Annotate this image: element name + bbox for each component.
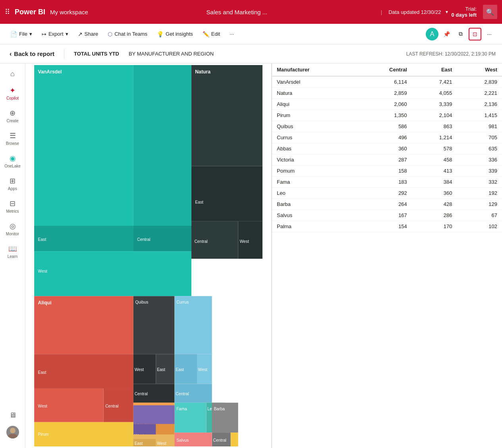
currus-rect[interactable] bbox=[174, 296, 212, 354]
cell-manufacturer: Pomum bbox=[272, 165, 357, 177]
focus-mode-button[interactable]: ⊡ bbox=[469, 28, 481, 40]
cell-east: 2,104 bbox=[412, 110, 457, 121]
cell-central: 2,060 bbox=[357, 99, 412, 110]
chat-teams-button[interactable]: ⬡ Chat in Teams bbox=[104, 29, 151, 40]
currus-label: Currus bbox=[176, 300, 189, 304]
cell-manufacturer: VanArsdel bbox=[272, 76, 357, 88]
sidebar-item-browse[interactable]: ☰ Browse bbox=[3, 128, 22, 149]
cell-central: 167 bbox=[357, 210, 412, 221]
table-row[interactable]: Fama 183 384 332 bbox=[272, 177, 502, 188]
pin-icon-button[interactable]: 📌 bbox=[440, 28, 453, 40]
cell-west: 2,839 bbox=[457, 76, 502, 88]
currus-east-label: East bbox=[176, 367, 184, 372]
table-row[interactable]: Leo 292 360 192 bbox=[272, 188, 502, 199]
barba-central-label: Central bbox=[213, 438, 226, 442]
quibus-rect[interactable] bbox=[133, 296, 175, 354]
more-button[interactable]: ··· bbox=[226, 29, 238, 39]
get-insights-button[interactable]: 💡 Get insights bbox=[153, 29, 197, 40]
vanarsdel-east-sub[interactable] bbox=[34, 226, 133, 251]
vanarsdel-east-rect[interactable] bbox=[34, 65, 133, 251]
data-updated: Data updated 12/30/22 bbox=[388, 9, 441, 15]
natura-label: Natura bbox=[195, 69, 210, 75]
cell-manufacturer: Aliqui bbox=[272, 99, 357, 110]
cell-central: 496 bbox=[357, 132, 412, 143]
share-button[interactable]: ↗ Share bbox=[74, 29, 102, 40]
table-row[interactable]: VanArsdel 6,114 7,421 2,839 bbox=[272, 76, 502, 88]
toolbar-more-button[interactable]: ··· bbox=[483, 28, 496, 40]
workspace-name[interactable]: My workspace bbox=[50, 9, 88, 15]
table-row[interactable]: Palma 154 170 102 bbox=[272, 221, 502, 232]
sidebar-item-monitor[interactable]: ◎ Monitor bbox=[3, 219, 22, 240]
breadcrumb-toolbar: ‹ Back to report TOTAL UNITS YTD BY MANU… bbox=[0, 44, 502, 63]
salvus-label: Salvus bbox=[176, 438, 189, 442]
table-row[interactable]: Abbas 360 578 635 bbox=[272, 143, 502, 154]
currus-west-label: West bbox=[198, 367, 208, 372]
copilot-label: Copilot bbox=[6, 96, 19, 101]
edit-button[interactable]: ✏️ Edit bbox=[199, 29, 224, 40]
table-row[interactable]: Pirum 1,350 2,104 1,415 bbox=[272, 110, 502, 121]
export-button[interactable]: ↦ Export ▾ bbox=[38, 29, 72, 40]
aliqui-west-label: West bbox=[38, 404, 48, 408]
cell-central: 264 bbox=[357, 199, 412, 210]
create-icon: ⊕ bbox=[10, 109, 15, 117]
pomum-east-label: East bbox=[135, 441, 143, 446]
duplicate-icon-button[interactable]: ⧉ bbox=[454, 28, 467, 40]
cell-west: 129 bbox=[457, 199, 502, 210]
back-arrow-icon: ‹ bbox=[10, 50, 12, 58]
natura-east-rect[interactable] bbox=[191, 166, 263, 221]
cell-central: 292 bbox=[357, 188, 412, 199]
aliqui-label: Aliqui bbox=[38, 300, 52, 306]
cell-east: 286 bbox=[412, 210, 457, 221]
vanarsdel-central-rect[interactable] bbox=[133, 65, 191, 251]
pirum-rect[interactable] bbox=[34, 422, 133, 446]
aliqui-east-rect[interactable] bbox=[34, 354, 133, 388]
treemap-area[interactable]: VanArsdel East Central West Natura East … bbox=[25, 63, 272, 448]
natura-rect[interactable] bbox=[191, 65, 263, 166]
table-row[interactable]: Aliqui 2,060 3,339 2,136 bbox=[272, 99, 502, 110]
cell-manufacturer: Pirum bbox=[272, 110, 357, 121]
table-row[interactable]: Natura 2,859 4,055 2,221 bbox=[272, 88, 502, 99]
sidebar-item-metrics[interactable]: ⊟ Metrics bbox=[3, 196, 22, 217]
col-east: East bbox=[412, 63, 457, 76]
tab-separator bbox=[64, 49, 64, 59]
insights-icon: 💡 bbox=[157, 31, 164, 37]
sidebar-item-create[interactable]: ⊕ Create bbox=[3, 106, 22, 127]
sidebar-item-home[interactable]: ⌂ bbox=[3, 67, 22, 81]
export-label: Export bbox=[48, 31, 64, 37]
data-updated-dropdown[interactable]: ▾ bbox=[446, 9, 448, 15]
sidebar-item-screen[interactable]: 🖥 bbox=[3, 408, 22, 423]
sidebar-item-copilot[interactable]: ✦ Copilot bbox=[3, 83, 22, 104]
small-yellow-rect[interactable] bbox=[231, 433, 238, 446]
cell-west: 67 bbox=[457, 210, 502, 221]
treemap-chart[interactable]: VanArsdel East Central West Natura East … bbox=[27, 65, 270, 446]
victoria-lower-rect[interactable] bbox=[133, 405, 175, 424]
user-avatar[interactable] bbox=[6, 426, 19, 438]
vanarsdel-label: VanArsdel bbox=[38, 69, 62, 75]
file-button[interactable]: 📄 File ▾ bbox=[6, 29, 36, 40]
cell-west: 192 bbox=[457, 188, 502, 199]
search-button[interactable]: 🔍 bbox=[483, 5, 497, 19]
cell-east: 384 bbox=[412, 177, 457, 188]
cell-manufacturer: Palma bbox=[272, 221, 357, 232]
teams-icon: ⬡ bbox=[108, 31, 112, 37]
natura-central-label: Central bbox=[194, 239, 207, 244]
back-to-report-button[interactable]: ‹ Back to report bbox=[6, 49, 58, 59]
table-row[interactable]: Barba 264 428 129 bbox=[272, 199, 502, 210]
sidebar-item-apps[interactable]: ⊞ Apps bbox=[3, 173, 22, 194]
apps-grid-icon[interactable]: ⠿ bbox=[5, 8, 10, 16]
sidebar-item-learn[interactable]: 📖 Learn bbox=[3, 241, 22, 262]
table-row[interactable]: Victoria 287 458 336 bbox=[272, 154, 502, 165]
report-title[interactable]: Sales and Marketing ... bbox=[99, 9, 375, 15]
tab-total-units[interactable]: TOTAL UNITS YTD bbox=[71, 49, 122, 58]
sidebar-item-onelake[interactable]: ◉ OneLake bbox=[3, 151, 22, 172]
table-row[interactable]: Salvus 167 286 67 bbox=[272, 210, 502, 221]
table-row[interactable]: Quibus 586 863 981 bbox=[272, 121, 502, 132]
table-row[interactable]: Currus 496 1,214 705 bbox=[272, 132, 502, 143]
export-dropdown-icon: ▾ bbox=[66, 31, 68, 37]
cell-manufacturer: Abbas bbox=[272, 143, 357, 154]
table-row[interactable]: Pomum 158 413 339 bbox=[272, 165, 502, 177]
tab-by-manufacturer[interactable]: BY MANUFACTURER AND REGION bbox=[126, 49, 217, 58]
more-label: ··· bbox=[230, 31, 234, 37]
avatar-button[interactable]: A bbox=[426, 28, 438, 40]
vanarsdel-west-rect[interactable] bbox=[34, 251, 191, 296]
